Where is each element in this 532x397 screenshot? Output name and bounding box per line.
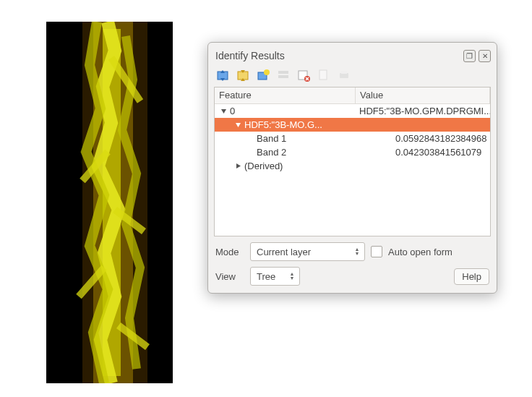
feature-column-header[interactable]: Feature [215, 87, 356, 103]
toolbar [208, 65, 497, 87]
view-label: View [215, 271, 244, 282]
view-combobox[interactable]: Tree ▲▼ [250, 267, 300, 286]
mode-value: Current layer [257, 247, 353, 257]
identify-results-dialog: Identify Results ❐ ✕ Feature Value [207, 42, 497, 294]
print-icon [337, 68, 351, 82]
row-label: HDF5:"3B-MO.G... [244, 119, 322, 130]
row-value: 0.0592843182384968 [392, 133, 490, 144]
tree-row-root[interactable]: 0 HDF5:"3B-MO.GPM.DPRGMI.... [215, 104, 490, 118]
results-tree[interactable]: Feature Value 0 HDF5:"3B-MO.GPM.DPRGMI..… [214, 87, 491, 236]
row-label: Band 1 [257, 133, 286, 144]
tree-row-derived[interactable]: (Derived) [215, 159, 490, 173]
disclosure-open-icon [235, 121, 241, 128]
tree-row-band2[interactable]: Band 2 0.042303841561079 [215, 145, 490, 159]
clear-results-icon[interactable] [296, 68, 311, 82]
collapse-all-icon[interactable] [236, 68, 250, 82]
mode-combobox[interactable]: Current layer ▲▼ [250, 242, 365, 261]
tree-header: Feature Value [215, 87, 490, 104]
svg-rect-15 [341, 71, 347, 74]
tree-row-layer[interactable]: HDF5:"3B-MO.G... [215, 118, 490, 132]
row-value: 0.042303841561079 [392, 147, 490, 158]
spinner-icon: ▲▼ [353, 247, 361, 256]
spinner-icon: ▲▼ [288, 272, 296, 281]
titlebar: Identify Results ❐ ✕ [208, 43, 497, 65]
row-label: 0 [230, 106, 235, 116]
disclosure-open-icon [220, 108, 227, 114]
expand-new-icon[interactable] [256, 68, 270, 82]
help-button[interactable]: Help [454, 268, 489, 285]
view-value: Tree [257, 271, 288, 282]
auto-open-form-label: Auto open form [388, 247, 452, 257]
mode-label: Mode [215, 247, 244, 257]
row-label: Band 2 [257, 147, 286, 158]
detach-button[interactable]: ❐ [463, 50, 476, 62]
row-label: (Derived) [244, 161, 283, 171]
svg-point-8 [264, 69, 270, 75]
close-button[interactable]: ✕ [479, 50, 491, 62]
disclosure-closed-icon [235, 163, 241, 169]
value-column-header[interactable]: Value [356, 87, 490, 103]
svg-rect-9 [278, 71, 288, 74]
auto-open-form-checkbox[interactable] [371, 246, 382, 257]
raster-background-image [46, 22, 173, 383]
copy-icon [317, 68, 331, 82]
row-value: HDF5:"3B-MO.GPM.DPRGMI.... [356, 106, 490, 116]
svg-rect-13 [319, 70, 327, 80]
svg-rect-10 [278, 75, 288, 78]
tree-row-band1[interactable]: Band 1 0.0592843182384968 [215, 132, 490, 145]
expand-all-icon[interactable] [215, 68, 230, 82]
dialog-title: Identify Results [215, 50, 460, 61]
svg-rect-14 [340, 73, 348, 78]
form-view-icon [276, 68, 291, 82]
